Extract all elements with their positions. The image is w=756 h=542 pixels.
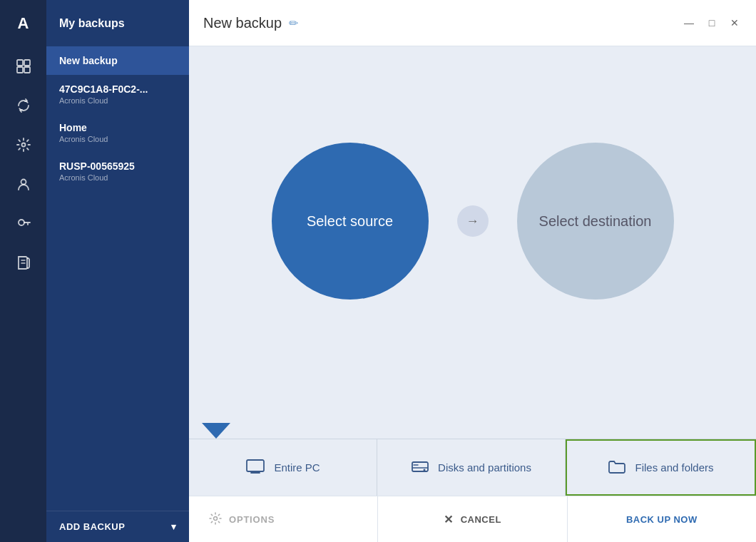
sidebar-item-title: New backup: [59, 55, 176, 66]
sidebar-footer: ADD BACKUP ▾: [46, 511, 189, 542]
source-tabs: Entire PC Disks and partitions: [189, 439, 756, 496]
app-container: A: [0, 0, 756, 542]
circles-container: Select source → Select destination: [272, 143, 674, 300]
svg-point-14: [424, 469, 426, 471]
svg-point-6: [19, 220, 24, 225]
tab-disks-partitions[interactable]: Disks and partitions: [377, 439, 566, 496]
select-source-button[interactable]: Select source: [272, 143, 429, 300]
sidebar-item-title: RUSP-00565925: [59, 160, 176, 172]
sidebar-item-backup-1[interactable]: 47C9C1A8-F0C2-... Acronis Cloud: [46, 75, 189, 113]
nav-book[interactable]: [0, 242, 46, 282]
app-logo: A: [0, 0, 46, 46]
sidebar-item-backup-2[interactable]: Home Acronis Cloud: [46, 113, 189, 152]
tab-entire-pc-label: Entire PC: [274, 461, 320, 474]
svg-rect-1: [24, 60, 30, 66]
svg-point-4: [21, 143, 25, 146]
svg-point-5: [21, 179, 26, 184]
minimize-button[interactable]: —: [682, 16, 696, 30]
nav-key[interactable]: [0, 203, 46, 242]
svg-rect-2: [17, 67, 23, 73]
arrow-indicator: →: [457, 205, 489, 237]
folder-icon: [608, 459, 626, 476]
title-bar: New backup ✏ — □ ✕: [189, 0, 756, 46]
add-backup-label: ADD BACKUP: [59, 521, 125, 532]
sidebar-item-sub: Acronis Cloud: [59, 96, 176, 105]
center-area: Select source → Select destination: [189, 46, 756, 439]
backup-now-label: BACK UP NOW: [626, 514, 698, 525]
nav-user[interactable]: [0, 164, 46, 203]
icon-bar: A: [0, 0, 46, 542]
maximize-button[interactable]: □: [705, 16, 719, 30]
svg-rect-12: [412, 462, 428, 471]
svg-rect-9: [247, 460, 264, 471]
cancel-label: CANCEL: [461, 514, 501, 525]
gear-icon: [209, 512, 222, 527]
tab-files-label: Files and folders: [635, 461, 713, 474]
svg-rect-0: [17, 60, 23, 66]
nav-sync[interactable]: [0, 86, 46, 125]
sidebar-title: My backups: [59, 17, 125, 30]
svg-point-16: [214, 516, 218, 520]
sidebar-item-sub: Acronis Cloud: [59, 135, 176, 143]
sidebar-header: My backups: [46, 0, 189, 46]
dest-label: Select destination: [539, 213, 652, 230]
tab-entire-pc[interactable]: Entire PC: [189, 439, 377, 496]
options-button[interactable]: OPTIONS: [189, 496, 378, 542]
nav-dashboard[interactable]: [0, 46, 46, 86]
edit-icon[interactable]: ✏: [289, 16, 298, 30]
select-destination-button[interactable]: Select destination: [517, 143, 674, 300]
options-label: OPTIONS: [229, 514, 275, 525]
add-backup-button[interactable]: ADD BACKUP ▾: [59, 521, 176, 532]
right-arrow-icon: →: [466, 214, 479, 229]
tab-files-folders[interactable]: Files and folders: [566, 439, 756, 496]
window-controls: — □ ✕: [682, 16, 742, 30]
hdd-icon: [411, 459, 429, 476]
sidebar-item-sub: Acronis Cloud: [59, 173, 176, 182]
x-icon: ✕: [444, 513, 454, 526]
action-bar: OPTIONS ✕ CANCEL BACK UP NOW: [189, 496, 756, 542]
sidebar-item-title: 47C9C1A8-F0C2-...: [59, 83, 176, 95]
page-title: New backup: [203, 15, 282, 31]
backup-now-button[interactable]: BACK UP NOW: [568, 496, 756, 542]
down-arrow-indicator: [202, 423, 230, 439]
title-bar-left: New backup ✏: [203, 15, 298, 31]
sidebar: My backups New backup 47C9C1A8-F0C2-... …: [46, 0, 189, 542]
main-content: New backup ✏ — □ ✕ Select source → Selec…: [189, 0, 756, 542]
monitor-icon: [245, 459, 265, 476]
sidebar-item-backup-3[interactable]: RUSP-00565925 Acronis Cloud: [46, 152, 189, 190]
close-button[interactable]: ✕: [727, 16, 742, 30]
sidebar-item-title: Home: [59, 122, 176, 133]
tab-disks-label: Disks and partitions: [438, 461, 531, 474]
cancel-button[interactable]: ✕ CANCEL: [378, 496, 567, 542]
chevron-down-icon: ▾: [171, 521, 177, 532]
source-label: Select source: [307, 213, 393, 230]
nav-tools[interactable]: [0, 125, 46, 164]
svg-rect-3: [24, 67, 30, 73]
sidebar-item-new-backup[interactable]: New backup: [46, 46, 189, 75]
